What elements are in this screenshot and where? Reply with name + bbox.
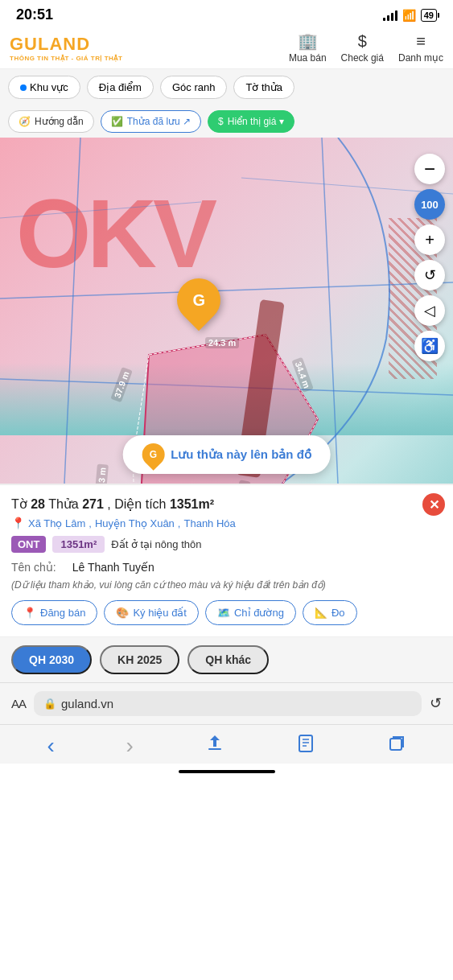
svg-line-0 <box>0 282 453 299</box>
filter-dia-diem[interactable]: Địa điểm <box>87 76 154 99</box>
nav-mua-ban[interactable]: 🏢 Mua bán <box>289 31 327 64</box>
filter-khu-vuc[interactable]: Khu vực <box>8 76 80 99</box>
reload-button[interactable]: ↺ <box>430 694 442 712</box>
xa-link[interactable]: Xã Thọ Lâm <box>28 517 85 529</box>
owner-name: Lê Thanh Tuyến <box>72 561 154 574</box>
nav-check-gia[interactable]: $ Check giá <box>341 32 384 64</box>
dang-ban-icon: 📍 <box>23 607 36 619</box>
do-icon: 📐 <box>315 607 327 619</box>
hien-thi-gia-button[interactable]: $ Hiển thị giá ▾ <box>208 110 294 133</box>
qh-2030-tab[interactable]: QH 2030 <box>11 645 92 674</box>
info-note: (Dữ liệu tham khảo, vui lòng căn cứ theo… <box>11 579 442 592</box>
nav-danh-muc[interactable]: ≡ Danh mục <box>398 32 443 64</box>
signal-icon <box>383 10 397 21</box>
lock-icon: 🔒 <box>43 698 56 710</box>
share-button[interactable] <box>205 734 224 758</box>
dot-icon <box>20 84 27 91</box>
chi-duong-button[interactable]: 🗺️ Chỉ đường <box>205 600 296 625</box>
tabs-button[interactable] <box>387 734 406 758</box>
bottom-nav: ‹ › <box>0 724 453 764</box>
thua-label: Thửa <box>48 497 82 511</box>
qh-khac-tab[interactable]: QH khác <box>187 645 269 674</box>
logo-text: GULAND <box>10 34 122 55</box>
action-buttons: 📍 Đăng bán 🎨 Ký hiệu đất 🗺️ Chỉ đường 📐 … <box>11 600 442 628</box>
chi-duong-icon: 🗺️ <box>217 607 230 619</box>
save-parcel-button[interactable]: G Lưu thửa này lên bản đồ <box>122 435 331 474</box>
info-location: 📍 Xã Thọ Lâm , Huyện Thọ Xuân , Thanh Hó… <box>11 517 442 529</box>
forward-button[interactable]: › <box>126 733 134 759</box>
measurement-left-bottom: 28.3 m <box>94 463 109 484</box>
menu-icon: ≡ <box>416 32 426 51</box>
close-button[interactable]: ✕ <box>422 493 445 516</box>
svg-rect-14 <box>208 748 221 750</box>
status-time: 20:51 <box>16 6 53 23</box>
tinh-link[interactable]: Thanh Hóa <box>183 517 235 529</box>
dollar-icon: $ <box>358 32 367 51</box>
dang-ban-button[interactable]: 📍 Đăng bán <box>11 600 97 625</box>
map-pin[interactable]: G <box>177 274 220 326</box>
url-bar[interactable]: 🔒 guland.vn <box>34 691 422 716</box>
logo-sub: THÔNG TIN THẬT - GIÁ TRỊ THẬT <box>10 55 122 62</box>
map-controls: − 100 + ↺ ◁ ♿ <box>414 154 445 361</box>
do-label: Đo <box>332 607 345 619</box>
area-tag: 1351m² <box>52 536 105 553</box>
text-size-button[interactable]: AA <box>11 697 26 710</box>
qh-tabs: QH 2030 KH 2025 QH khác <box>0 636 453 682</box>
save-parcel-label: Lưu thửa này lên bản đồ <box>171 447 311 462</box>
info-owner: Tên chủ: Lê Thanh Tuyến <box>11 561 442 574</box>
location-button[interactable]: ◁ <box>414 295 445 326</box>
svg-line-2 <box>64 138 80 484</box>
parcel-svg <box>0 138 453 484</box>
check-icon: ✅ <box>111 116 123 127</box>
header-nav: GULAND THÔNG TIN THẬT - GIÁ TRỊ THẬT 🏢 M… <box>0 27 453 69</box>
action-bar: 🧭 Hướng dẫn ✅ Thửa đã lưu ↗ $ Hiển thị g… <box>0 105 453 138</box>
map-container[interactable]: OKV 24.3 m 37.9 m 34.4 m 28.3 m 19. <box>0 138 453 484</box>
svg-rect-19 <box>390 739 402 750</box>
do-button[interactable]: 📐 Đo <box>303 600 357 625</box>
dien-tich-label: , Diện tích <box>107 497 170 511</box>
filter-bar: Khu vực Địa điểm Góc ranh Tờ thửa <box>0 69 453 105</box>
home-indicator <box>0 764 453 780</box>
land-type-tag: ONT <box>11 536 46 553</box>
compass-icon: 🧭 <box>19 116 31 127</box>
status-bar: 20:51 📶 49 <box>0 0 453 27</box>
land-desc: Đất ở tại nông thôn <box>111 538 201 550</box>
svg-line-3 <box>322 138 338 484</box>
bookmarks-button[interactable] <box>296 734 315 758</box>
owner-label: Tên chủ: <box>11 561 56 574</box>
logo: GULAND THÔNG TIN THẬT - GIÁ TRỊ THẬT <box>10 34 122 62</box>
thua-number: 271 <box>82 497 104 511</box>
filter-goc-ranh[interactable]: Góc ranh <box>160 76 227 99</box>
rotate-button[interactable]: ↺ <box>414 260 445 290</box>
huong-dan-button[interactable]: 🧭 Hướng dẫn <box>8 110 94 133</box>
filter-to-thua[interactable]: Tờ thửa <box>233 76 294 99</box>
dien-tich-value: 1351m² <box>170 497 214 511</box>
to-label: Tờ <box>11 497 31 511</box>
thua-da-luu-button[interactable]: ✅ Thửa đã lưu ↗ <box>101 110 201 133</box>
pin-outer: G <box>168 270 229 331</box>
battery-icon: 49 <box>421 9 437 22</box>
kh-2025-tab[interactable]: KH 2025 <box>100 645 179 674</box>
home-bar <box>179 770 275 773</box>
measurement-top: 24.3 m <box>205 337 239 348</box>
ky-hieu-dat-button[interactable]: 🎨 Ký hiệu đất <box>104 600 199 625</box>
ky-hieu-icon: 🎨 <box>116 607 129 619</box>
svg-rect-15 <box>299 735 312 751</box>
zoom-out-button[interactable]: − <box>414 154 445 184</box>
huyen-link[interactable]: Huyện Thọ Xuân <box>95 517 175 529</box>
back-button[interactable]: ‹ <box>47 733 54 759</box>
pin-label: G <box>192 291 205 310</box>
browser-bar: AA 🔒 guland.vn ↺ <box>0 682 453 724</box>
svg-line-4 <box>0 202 201 218</box>
to-number: 28 <box>31 497 45 511</box>
info-tags: ONT 1351m² Đất ở tại nông thôn <box>11 536 442 553</box>
nav-danh-muc-label: Danh mục <box>398 52 443 64</box>
nav-items: 🏢 Mua bán $ Check giá ≡ Danh mục <box>289 31 443 64</box>
zoom-in-button[interactable]: + <box>414 224 445 255</box>
nav-mua-ban-label: Mua bán <box>289 52 327 64</box>
dang-ban-label: Đăng bán <box>40 607 85 619</box>
save-pin-icon: G <box>137 439 169 471</box>
accessibility-button[interactable]: ♿ <box>414 331 445 361</box>
status-icons: 📶 49 <box>383 9 437 22</box>
location-icon: 📍 <box>11 517 25 529</box>
